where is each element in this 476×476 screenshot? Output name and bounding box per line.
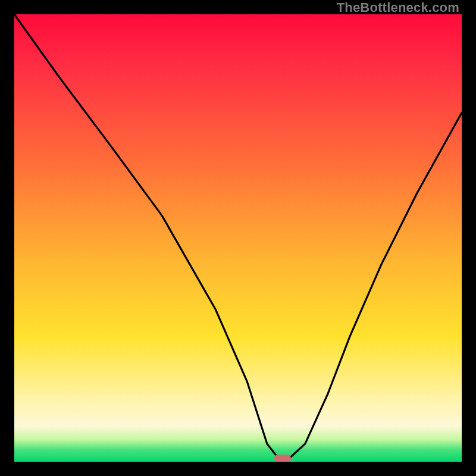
curve-path xyxy=(14,14,462,458)
bottleneck-curve xyxy=(14,14,462,462)
watermark-text: TheBottleneck.com xyxy=(337,0,459,15)
plot-area xyxy=(14,14,462,462)
chart-frame: TheBottleneck.com xyxy=(0,0,476,476)
optimal-marker xyxy=(274,455,291,462)
